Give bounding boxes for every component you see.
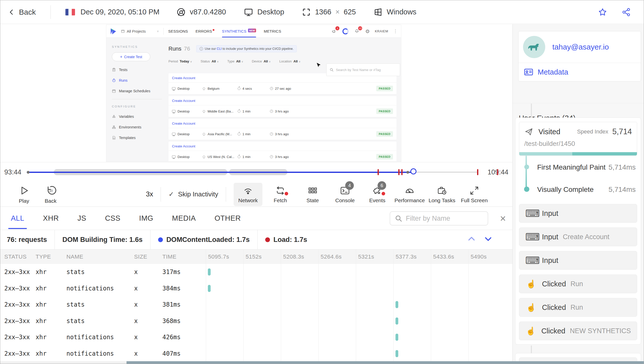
back-10s-button[interactable]: 10 Back [45,185,57,204]
progress-ring-icon [342,28,349,34]
skip-inactivity-toggle[interactable]: ✓ Skip Inactivity [168,190,218,198]
network-tab-css[interactable]: CSS [105,214,120,222]
timeline-cell [206,346,243,362]
timeline-cell [318,264,356,280]
state-panel-button[interactable]: State [298,183,327,206]
sidebar-item-tests[interactable]: Tests [112,68,164,72]
network-panel-button[interactable]: Network [234,183,262,206]
close-network-panel-button[interactable]: × [500,213,506,223]
filter-type[interactable]: TypeAll∨ [227,59,243,63]
metadata-button[interactable]: Metadata [518,63,641,81]
event-icon: ☝ [525,327,536,335]
network-filter-input[interactable]: Filter by Name [390,211,488,225]
horizontal-scrollbar[interactable] [0,361,644,364]
network-tab-all[interactable]: ALL [11,214,24,222]
longtasks-panel-button[interactable]: Long Tasks [428,183,456,206]
next-request-button[interactable] [484,234,493,245]
user-event-card[interactable]: ☝ Clicked NEW SYNTHETICS [519,322,637,340]
header-divider [163,28,164,35]
create-test-button[interactable]: +Create Test [112,52,150,61]
sidebar-item-runs[interactable]: Runs [112,78,164,82]
request-timing-bar [395,350,398,357]
visited-url: /test-builder/1450 [519,138,637,152]
user-email-link[interactable]: tahay@asayer.io [552,43,609,51]
prev-request-button[interactable] [467,234,476,245]
play-button[interactable]: Play [18,185,30,204]
visited-metric-row: Visually Complete5,714ms [519,186,636,194]
filter-period[interactable]: PeriodToday∨ [168,59,192,63]
network-tab-media[interactable]: MEDIA [172,214,196,222]
app-tab-synthetics[interactable]: SYNTHETICSNEW [222,29,256,34]
network-tab-img[interactable]: IMG [139,214,153,222]
run-card[interactable]: Create Account Desktop US West (N. Cal..… [168,142,397,161]
notifications-button[interactable]: 13 [354,28,360,35]
back-10-icon: 10 [45,185,56,196]
cli-link[interactable]: CLI [217,47,221,51]
filter-location[interactable]: LocationAll∨ [279,59,301,63]
network-request-row[interactable]: 2xx–3xxxhrnotificationsx426ms [0,329,513,346]
run-status-badge: PASSED [376,108,393,114]
network-request-row[interactable]: 2xx–3xxxhrstatsx381ms [0,297,513,313]
network-request-row[interactable]: 2xx–3xxxhrnotificationsx407ms [0,346,513,362]
network-request-row[interactable]: 2xx–3xxxhrstatsx368ms [0,313,513,329]
kebab-menu-icon[interactable]: ⋮ [393,29,398,34]
dom-content-loaded: DOMContentLoaded: 1.7s [151,230,258,249]
user-event-card[interactable]: ⌨ Input [519,251,637,270]
app-tab-metrics[interactable]: METRICS [264,29,281,33]
playhead[interactable] [410,168,416,174]
user-event-card[interactable]: ⌨ Input [519,204,637,223]
timeline-cell [281,313,318,329]
sidebar-item-environments[interactable]: Environments [112,125,164,129]
announcements-button[interactable]: 1 [331,28,337,35]
pin-icon [202,87,206,90]
fetch-panel-button[interactable]: Fetch [266,183,295,206]
timeline-cell [281,264,318,280]
speed-toggle[interactable]: 3x [146,190,153,198]
timeline-cell [468,264,506,280]
scrollbar-thumb[interactable] [127,361,644,364]
stopwatch-icon [238,110,240,113]
user-event-card[interactable]: ⌨ Input Create Account [519,228,637,246]
run-title-link[interactable]: Create Account [168,142,397,151]
app-tab-sessions[interactable]: SESSIONS [168,29,188,33]
column-header-status: STATUS [0,249,36,264]
filter-device[interactable]: DeviceAll∨ [252,59,271,63]
timeline-cell [468,346,506,362]
event-value: Run [571,280,583,288]
console-panel-button[interactable]: 4Console [331,183,359,206]
run-card[interactable]: Create Account Desktop Belgium 4 secs 27… [168,73,397,94]
sidebar-item-manage-schedules[interactable]: Manage Schedules [112,89,164,93]
network-tab-xhr[interactable]: XHR [43,214,59,222]
network-tab-other[interactable]: OTHER [214,214,241,222]
network-tab-js[interactable]: JS [78,214,86,222]
back-button[interactable]: Back [8,8,36,16]
user-event-card[interactable]: ☝ Clicked Run [519,298,637,317]
timeline-cell [318,346,356,362]
run-card[interactable]: Create Account Desktop Asia Pacific (M..… [168,119,397,140]
device-label: Desktop [257,8,284,16]
performance-panel-button[interactable]: Performance [395,183,424,206]
timeline-cell [393,280,431,297]
run-card[interactable]: Create Account Desktop Middle East (Ba..… [168,96,397,117]
share-button[interactable] [622,7,631,17]
favorite-star-button[interactable] [598,7,607,17]
events-panel-button[interactable]: 6Events [363,183,392,206]
project-selector[interactable]: All Projects ∨ [121,29,159,33]
run-title-link[interactable]: Create Account [168,119,397,128]
app-user-name[interactable]: KRAIEM [375,29,388,33]
sidebar-item-templates[interactable]: Templates [112,136,164,140]
settings-gear-icon[interactable]: ⚙ [365,28,370,34]
runs-search-input[interactable]: Search by Test Name or #Tag [326,63,400,76]
timeline-cell [393,297,431,313]
run-title-link[interactable]: Create Account [168,96,397,105]
user-event-card[interactable]: ☝ Clicked Run [519,275,637,293]
network-request-row[interactable]: 2xx–3xxxhrstatsx317ms [0,264,513,280]
run-duration: 1 min [238,109,270,113]
filter-status[interactable]: StatusAll∨ [201,59,219,63]
fullscreen-panel-button[interactable]: Full Screen [460,183,489,206]
cell-status: 2xx–3xx [0,280,36,297]
visited-event-card[interactable]: Visited Speed Index 5,714 /test-builder/… [519,122,637,156]
sidebar-item-variables[interactable]: Variables [112,115,164,119]
app-tab-errors[interactable]: ERRORS [195,29,214,33]
network-request-row[interactable]: 2xx–3xxxhrnotificationsx384ms [0,280,513,297]
